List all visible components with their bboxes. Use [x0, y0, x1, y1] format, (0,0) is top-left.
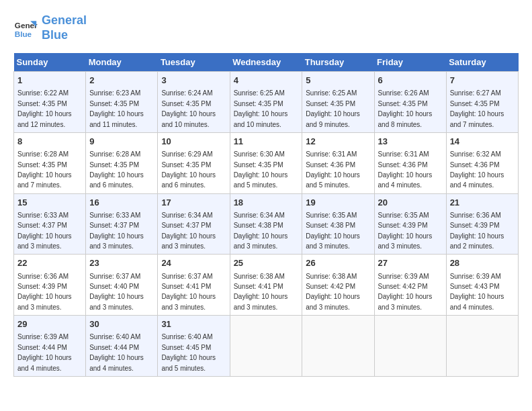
day-info: Sunrise: 6:40 AM Sunset: 4:44 PM Dayligh… — [89, 333, 144, 371]
column-header-thursday: Thursday — [302, 53, 374, 72]
logo-icon: General Blue — [13, 16, 38, 40]
day-info: Sunrise: 6:39 AM Sunset: 4:44 PM Dayligh… — [17, 333, 72, 371]
day-info: Sunrise: 6:30 AM Sunset: 4:35 PM Dayligh… — [234, 150, 288, 189]
day-number: 24 — [161, 257, 226, 269]
calendar-week-1: 1Sunrise: 6:22 AM Sunset: 4:35 PM Daylig… — [14, 72, 519, 133]
calendar-cell: 20Sunrise: 6:35 AM Sunset: 4:39 PM Dayli… — [374, 193, 446, 255]
day-number: 2 — [89, 75, 154, 87]
day-number: 10 — [161, 136, 226, 148]
day-info: Sunrise: 6:28 AM Sunset: 4:35 PM Dayligh… — [17, 150, 72, 189]
calendar-cell: 21Sunrise: 6:36 AM Sunset: 4:39 PM Dayli… — [446, 193, 518, 255]
day-info: Sunrise: 6:39 AM Sunset: 4:42 PM Dayligh… — [378, 273, 433, 311]
column-header-friday: Friday — [374, 53, 446, 72]
day-number: 28 — [450, 257, 515, 269]
calendar-cell: 26Sunrise: 6:38 AM Sunset: 4:42 PM Dayli… — [302, 255, 374, 316]
day-info: Sunrise: 6:35 AM Sunset: 4:39 PM Dayligh… — [378, 212, 433, 250]
logo: General Blue GeneralBlue — [13, 13, 87, 42]
column-header-saturday: Saturday — [446, 53, 518, 72]
day-info: Sunrise: 6:34 AM Sunset: 4:37 PM Dayligh… — [161, 212, 216, 250]
calendar-cell: 12Sunrise: 6:31 AM Sunset: 4:36 PM Dayli… — [302, 132, 374, 193]
calendar-cell — [230, 316, 302, 377]
column-header-tuesday: Tuesday — [158, 53, 230, 72]
calendar-week-4: 22Sunrise: 6:36 AM Sunset: 4:39 PM Dayli… — [14, 255, 519, 316]
column-header-sunday: Sunday — [14, 53, 86, 72]
day-number: 5 — [306, 75, 370, 87]
calendar-cell: 4Sunrise: 6:25 AM Sunset: 4:35 PM Daylig… — [230, 72, 302, 133]
column-header-monday: Monday — [86, 53, 158, 72]
day-number: 22 — [17, 257, 82, 269]
day-number: 30 — [89, 318, 154, 330]
day-info: Sunrise: 6:38 AM Sunset: 4:42 PM Dayligh… — [306, 273, 360, 311]
calendar-cell: 17Sunrise: 6:34 AM Sunset: 4:37 PM Dayli… — [158, 193, 230, 255]
day-number: 16 — [89, 197, 154, 209]
day-info: Sunrise: 6:23 AM Sunset: 4:35 PM Dayligh… — [89, 89, 144, 128]
logo-text: GeneralBlue — [42, 13, 87, 42]
day-number: 8 — [17, 136, 82, 148]
day-number: 25 — [234, 257, 299, 269]
day-info: Sunrise: 6:33 AM Sunset: 4:37 PM Dayligh… — [89, 212, 144, 250]
calendar-cell: 16Sunrise: 6:33 AM Sunset: 4:37 PM Dayli… — [86, 193, 158, 255]
day-number: 12 — [306, 136, 370, 148]
day-info: Sunrise: 6:25 AM Sunset: 4:35 PM Dayligh… — [234, 89, 288, 128]
day-number: 13 — [378, 136, 443, 148]
calendar-cell: 8Sunrise: 6:28 AM Sunset: 4:35 PM Daylig… — [14, 132, 86, 193]
calendar-week-3: 15Sunrise: 6:33 AM Sunset: 4:37 PM Dayli… — [14, 193, 519, 255]
day-info: Sunrise: 6:26 AM Sunset: 4:35 PM Dayligh… — [378, 89, 433, 128]
day-number: 31 — [161, 318, 226, 330]
day-number: 15 — [17, 197, 82, 209]
calendar-cell: 7Sunrise: 6:27 AM Sunset: 4:35 PM Daylig… — [446, 72, 518, 133]
calendar-week-2: 8Sunrise: 6:28 AM Sunset: 4:35 PM Daylig… — [14, 132, 519, 193]
day-number: 20 — [378, 197, 443, 209]
day-number: 6 — [378, 75, 443, 87]
day-number: 14 — [450, 136, 515, 148]
calendar-cell: 30Sunrise: 6:40 AM Sunset: 4:44 PM Dayli… — [86, 316, 158, 377]
calendar-cell: 10Sunrise: 6:29 AM Sunset: 4:35 PM Dayli… — [158, 132, 230, 193]
calendar-cell: 11Sunrise: 6:30 AM Sunset: 4:35 PM Dayli… — [230, 132, 302, 193]
calendar-body: 1Sunrise: 6:22 AM Sunset: 4:35 PM Daylig… — [14, 72, 519, 377]
calendar-cell: 19Sunrise: 6:35 AM Sunset: 4:38 PM Dayli… — [302, 193, 374, 255]
calendar-cell: 31Sunrise: 6:40 AM Sunset: 4:45 PM Dayli… — [158, 316, 230, 377]
calendar-cell — [374, 316, 446, 377]
day-number: 3 — [161, 75, 226, 87]
calendar-cell: 15Sunrise: 6:33 AM Sunset: 4:37 PM Dayli… — [14, 193, 86, 255]
day-info: Sunrise: 6:27 AM Sunset: 4:35 PM Dayligh… — [450, 89, 504, 128]
calendar-cell: 9Sunrise: 6:28 AM Sunset: 4:35 PM Daylig… — [86, 132, 158, 193]
day-info: Sunrise: 6:25 AM Sunset: 4:35 PM Dayligh… — [306, 89, 360, 128]
calendar-cell: 27Sunrise: 6:39 AM Sunset: 4:42 PM Dayli… — [374, 255, 446, 316]
calendar-cell: 5Sunrise: 6:25 AM Sunset: 4:35 PM Daylig… — [302, 72, 374, 133]
day-number: 29 — [17, 318, 82, 330]
day-info: Sunrise: 6:34 AM Sunset: 4:38 PM Dayligh… — [234, 212, 288, 250]
calendar-week-5: 29Sunrise: 6:39 AM Sunset: 4:44 PM Dayli… — [14, 316, 519, 377]
day-info: Sunrise: 6:36 AM Sunset: 4:39 PM Dayligh… — [450, 212, 504, 250]
calendar-table: SundayMondayTuesdayWednesdayThursdayFrid… — [13, 53, 519, 377]
day-info: Sunrise: 6:39 AM Sunset: 4:43 PM Dayligh… — [450, 273, 504, 311]
day-info: Sunrise: 6:31 AM Sunset: 4:36 PM Dayligh… — [306, 150, 360, 189]
calendar-cell: 13Sunrise: 6:31 AM Sunset: 4:36 PM Dayli… — [374, 132, 446, 193]
day-number: 27 — [378, 257, 443, 269]
day-number: 4 — [234, 75, 299, 87]
day-info: Sunrise: 6:28 AM Sunset: 4:35 PM Dayligh… — [89, 150, 144, 189]
calendar-cell — [446, 316, 518, 377]
day-number: 21 — [450, 197, 515, 209]
calendar-cell: 28Sunrise: 6:39 AM Sunset: 4:43 PM Dayli… — [446, 255, 518, 316]
day-number: 1 — [17, 75, 82, 87]
day-info: Sunrise: 6:33 AM Sunset: 4:37 PM Dayligh… — [17, 212, 72, 250]
day-info: Sunrise: 6:29 AM Sunset: 4:35 PM Dayligh… — [161, 150, 216, 189]
day-number: 23 — [89, 257, 154, 269]
column-header-wednesday: Wednesday — [230, 53, 302, 72]
calendar-cell: 3Sunrise: 6:24 AM Sunset: 4:35 PM Daylig… — [158, 72, 230, 133]
calendar-cell — [302, 316, 374, 377]
calendar-cell: 14Sunrise: 6:32 AM Sunset: 4:36 PM Dayli… — [446, 132, 518, 193]
day-info: Sunrise: 6:37 AM Sunset: 4:40 PM Dayligh… — [89, 273, 144, 311]
day-info: Sunrise: 6:36 AM Sunset: 4:39 PM Dayligh… — [17, 273, 72, 311]
header: General Blue GeneralBlue — [13, 13, 519, 42]
day-info: Sunrise: 6:22 AM Sunset: 4:35 PM Dayligh… — [17, 89, 72, 128]
day-number: 17 — [161, 197, 226, 209]
day-info: Sunrise: 6:32 AM Sunset: 4:36 PM Dayligh… — [450, 150, 504, 189]
calendar-cell: 23Sunrise: 6:37 AM Sunset: 4:40 PM Dayli… — [86, 255, 158, 316]
day-number: 18 — [234, 197, 299, 209]
day-info: Sunrise: 6:31 AM Sunset: 4:36 PM Dayligh… — [378, 150, 433, 189]
calendar-header-row: SundayMondayTuesdayWednesdayThursdayFrid… — [14, 53, 519, 72]
calendar-cell: 22Sunrise: 6:36 AM Sunset: 4:39 PM Dayli… — [14, 255, 86, 316]
calendar-cell: 25Sunrise: 6:38 AM Sunset: 4:41 PM Dayli… — [230, 255, 302, 316]
